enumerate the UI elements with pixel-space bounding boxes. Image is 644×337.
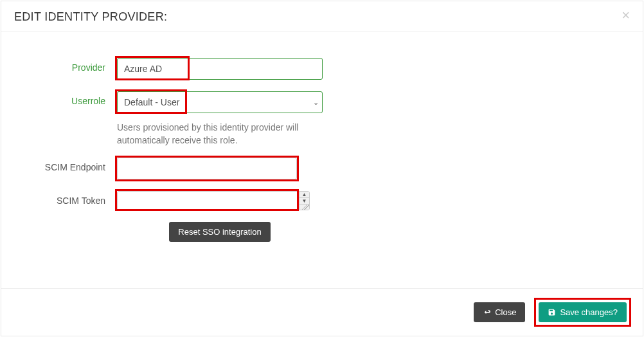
row-userrole: Userrole Default - User ⌄ Users provisio… (14, 91, 630, 147)
modal-body: Provider Userrole Default - User ⌄ Users… (1, 32, 643, 288)
row-reset: Reset SSO integration (117, 222, 323, 242)
scim-token-spinner[interactable]: ▲ ▼ (299, 192, 309, 210)
label-provider: Provider (14, 58, 117, 73)
back-arrow-icon (483, 308, 491, 316)
spinner-up-icon[interactable]: ▲ (300, 192, 309, 197)
modal-title: EDIT IDENTITY PROVIDER: (14, 10, 167, 23)
label-scim-endpoint: SCIM Endpoint (14, 158, 117, 172)
reset-sso-button[interactable]: Reset SSO integration (169, 222, 270, 242)
save-changes-button[interactable]: Save changes? (539, 302, 627, 322)
close-icon[interactable]: × (618, 8, 634, 23)
row-scim-token: SCIM Token ▲ ▼ (14, 191, 630, 210)
row-provider: Provider (14, 58, 630, 80)
modal-footer: Close Save changes? (1, 288, 643, 336)
userrole-help: Users provisioned by this identity provi… (117, 121, 316, 147)
resize-grip-icon[interactable] (300, 204, 309, 210)
save-button-label: Save changes? (560, 307, 618, 317)
save-icon (548, 308, 556, 316)
spinner-down-icon[interactable]: ▼ (300, 197, 309, 204)
close-button-label: Close (495, 307, 516, 317)
label-userrole: Userrole (14, 91, 117, 106)
label-scim-token: SCIM Token (14, 191, 117, 206)
scim-endpoint-input[interactable] (117, 158, 297, 179)
row-scim-endpoint: SCIM Endpoint (14, 158, 630, 179)
provider-input[interactable] (117, 58, 323, 80)
modal-header: EDIT IDENTITY PROVIDER: × (1, 1, 643, 32)
edit-identity-provider-modal: EDIT IDENTITY PROVIDER: × Provider Userr… (1, 1, 643, 336)
scim-token-input[interactable] (118, 192, 299, 210)
highlight-save: Save changes? (534, 298, 631, 327)
userrole-select[interactable]: Default - User (117, 91, 323, 113)
scim-token-wrap: ▲ ▼ (117, 191, 310, 210)
close-button[interactable]: Close (474, 302, 525, 322)
